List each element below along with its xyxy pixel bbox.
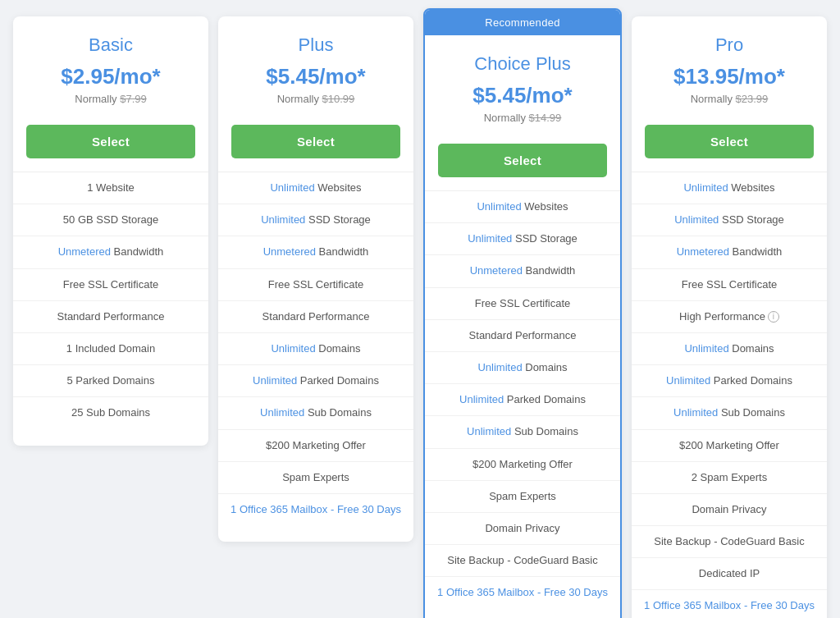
feature-item: $200 Marketing Offer: [218, 430, 413, 462]
feature-item: Free SSL Certificate: [218, 269, 413, 301]
plan-card-choice-plus: RecommendedChoice Plus$5.45/mo*Normally …: [423, 8, 622, 618]
feature-item: Standard Performance: [13, 301, 208, 333]
plan-card-plus: Plus$5.45/mo*Normally $10.99SelectUnlimi…: [218, 16, 413, 542]
select-button-pro[interactable]: Select: [645, 125, 814, 158]
feature-item: Free SSL Certificate: [632, 269, 827, 301]
feature-highlight: Unlimited: [683, 181, 728, 194]
plan-card-basic: Basic$2.95/mo*Normally $7.99Select1 Webs…: [13, 16, 208, 446]
plan-name-pro: Pro: [645, 34, 814, 56]
feature-highlight: Unlimited: [270, 181, 314, 194]
feature-item: Domain Privacy: [425, 513, 620, 545]
feature-highlight: Unlimited: [666, 374, 710, 387]
feature-item: Unlimited Domains: [632, 333, 827, 365]
feature-item: Unmetered Bandwidth: [13, 236, 208, 268]
feature-item: 50 GB SSD Storage: [13, 204, 208, 236]
feature-link: 1 Office 365 Mailbox - Free 30 Days: [231, 503, 401, 515]
plan-price-choice-plus: $5.45/mo*: [438, 83, 607, 108]
feature-link: 1 Office 365 Mailbox - Free 30 Days: [437, 586, 608, 598]
plan-price-basic: $2.95/mo*: [26, 64, 195, 89]
plan-price-plus: $5.45/mo*: [231, 64, 400, 89]
feature-item: Unmetered Bandwidth: [425, 255, 620, 287]
feature-item: Unlimited Websites: [218, 172, 413, 204]
feature-highlight: Unlimited: [674, 213, 719, 226]
feature-item: 1 Office 365 Mailbox - Free 30 Days: [632, 590, 827, 618]
feature-item: Spam Experts: [218, 462, 413, 494]
feature-item: 1 Office 365 Mailbox - Free 30 Days: [425, 577, 620, 608]
feature-item: Dedicated IP: [632, 558, 827, 590]
plan-normal-price-plus: Normally $10.99: [231, 93, 400, 105]
feature-item: 1 Website: [13, 172, 208, 204]
feature-highlight: Unlimited: [468, 232, 512, 245]
feature-highlight: Unlimited: [673, 406, 718, 419]
feature-highlight: Unlimited: [261, 213, 305, 226]
feature-highlight: Unlimited: [477, 361, 522, 373]
plan-name-plus: Plus: [231, 34, 400, 56]
feature-highlight: Unlimited: [684, 342, 728, 355]
plan-card-pro: Pro$13.95/mo*Normally $23.99SelectUnlimi…: [632, 16, 827, 618]
feature-item: Free SSL Certificate: [13, 269, 208, 301]
feature-highlight: Unlimited: [467, 425, 511, 437]
feature-item: Unlimited Sub Domains: [632, 397, 827, 429]
feature-item: Unlimited SSD Storage: [632, 204, 827, 236]
feature-item: High Performancei: [632, 301, 827, 333]
feature-item: $200 Marketing Offer: [632, 430, 827, 462]
feature-item: Unlimited SSD Storage: [218, 204, 413, 236]
feature-item: Unlimited Websites: [632, 172, 827, 204]
features-list-basic: 1 Website50 GB SSD StorageUnmetered Band…: [13, 172, 208, 429]
feature-item: Unlimited SSD Storage: [425, 223, 620, 255]
feature-highlight: Unmetered: [263, 245, 316, 258]
feature-highlight: Unmetered: [677, 245, 729, 258]
feature-item: 5 Parked Domains: [13, 365, 208, 397]
features-list-pro: Unlimited WebsitesUnlimited SSD StorageU…: [632, 172, 827, 618]
features-list-choice-plus: Unlimited WebsitesUnlimited SSD StorageU…: [425, 190, 620, 608]
plan-normal-price-basic: Normally $7.99: [26, 93, 195, 105]
plan-price-pro: $13.95/mo*: [645, 64, 814, 89]
select-button-plus[interactable]: Select: [231, 125, 400, 158]
select-button-choice-plus[interactable]: Select: [438, 144, 607, 177]
feature-item: $200 Marketing Offer: [425, 449, 620, 481]
info-icon: i: [768, 311, 779, 323]
feature-item: Site Backup - CodeGuard Basic: [425, 545, 620, 577]
feature-item: Unlimited Parked Domains: [425, 384, 620, 416]
feature-highlight: Unlimited: [459, 393, 504, 405]
features-list-plus: Unlimited WebsitesUnlimited SSD StorageU…: [218, 172, 413, 525]
feature-item: 2 Spam Experts: [632, 462, 827, 494]
select-button-basic[interactable]: Select: [26, 125, 195, 158]
plan-name-choice-plus: Choice Plus: [438, 53, 607, 75]
feature-item: Unlimited Parked Domains: [218, 365, 413, 397]
feature-highlight: Unmetered: [58, 245, 111, 258]
plan-header-plus: Plus$5.45/mo*Normally $10.99: [218, 16, 413, 125]
feature-item: Standard Performance: [425, 320, 620, 352]
plan-name-basic: Basic: [26, 34, 195, 56]
plan-header-choice-plus: Choice Plus$5.45/mo*Normally $14.99: [425, 35, 620, 144]
feature-item: Spam Experts: [425, 481, 620, 513]
plan-header-basic: Basic$2.95/mo*Normally $7.99: [13, 16, 208, 125]
feature-item: Domain Privacy: [632, 494, 827, 526]
plan-normal-price-choice-plus: Normally $14.99: [438, 112, 607, 124]
feature-item: 1 Included Domain: [13, 333, 208, 365]
feature-item: Unlimited Domains: [218, 333, 413, 365]
feature-highlight: Unlimited: [253, 374, 297, 387]
plan-header-pro: Pro$13.95/mo*Normally $23.99: [632, 16, 827, 125]
feature-highlight: Unlimited: [271, 342, 315, 355]
feature-item: Unlimited Websites: [425, 191, 620, 223]
pricing-table: Basic$2.95/mo*Normally $7.99Select1 Webs…: [8, 16, 832, 618]
feature-highlight: Unlimited: [477, 200, 521, 213]
feature-link: 1 Office 365 Mailbox - Free 30 Days: [644, 599, 815, 611]
feature-item: Free SSL Certificate: [425, 288, 620, 320]
feature-item: 1 Office 365 Mailbox - Free 30 Days: [218, 494, 413, 525]
feature-item: Unmetered Bandwidth: [218, 236, 413, 268]
feature-item: Site Backup - CodeGuard Basic: [632, 526, 827, 558]
feature-item: Unmetered Bandwidth: [632, 236, 827, 268]
feature-highlight: Unmetered: [470, 264, 523, 277]
feature-item: Unlimited Sub Domains: [218, 397, 413, 429]
feature-item: 25 Sub Domains: [13, 397, 208, 428]
feature-highlight: Unlimited: [260, 406, 304, 419]
plan-normal-price-pro: Normally $23.99: [645, 93, 814, 105]
feature-item: Unlimited Parked Domains: [632, 365, 827, 397]
recommended-badge: Recommended: [425, 10, 620, 35]
feature-item: Unlimited Sub Domains: [425, 416, 620, 448]
feature-item: Standard Performance: [218, 301, 413, 333]
feature-item: Unlimited Domains: [425, 352, 620, 384]
